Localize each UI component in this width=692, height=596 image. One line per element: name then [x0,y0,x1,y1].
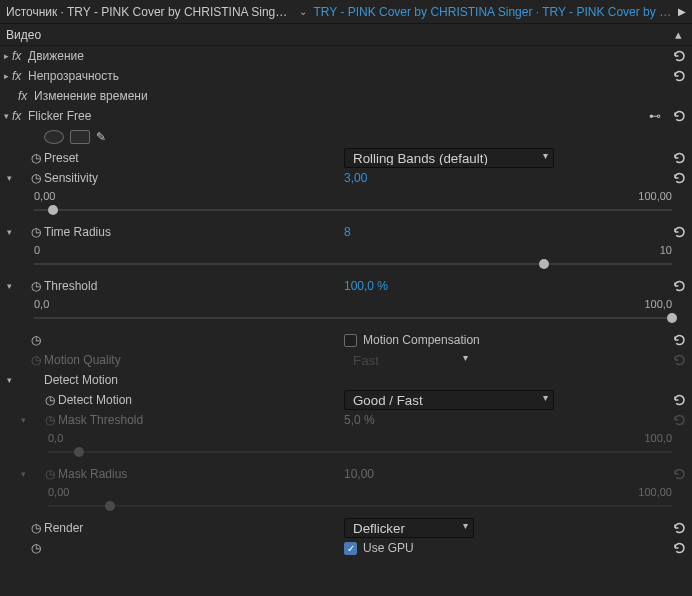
render-dropdown[interactable]: Deflicker [344,518,474,538]
reset-icon[interactable] [672,333,686,347]
stopwatch-icon[interactable]: ◷ [28,521,44,535]
preset-dropdown[interactable]: Rolling Bands (default) [344,148,554,168]
slider-min: 0,0 [48,432,63,444]
param-value[interactable]: 3,00 [344,171,367,185]
stopwatch-icon[interactable]: ◷ [28,171,44,185]
slider-min: 0,0 [34,298,49,310]
mask-threshold-slider: 0,0100,0 [0,430,692,464]
effect-opacity[interactable]: fx Непрозрачность [0,66,692,86]
stopwatch-icon: ◷ [42,467,58,481]
twisty-icon[interactable] [0,51,12,61]
slider-max: 100,0 [644,432,672,444]
effect-motion[interactable]: fx Движение [0,46,692,66]
param-label: Motion Compensation [363,333,480,347]
stopwatch-icon[interactable]: ◷ [28,333,44,347]
title-bar: Источник · TRY - PINK Cover by CHRISTINA… [0,0,692,24]
use-gpu-checkbox[interactable]: ✓ [344,542,357,555]
param-label: Render [44,521,83,535]
play-icon[interactable]: ▶ [678,6,686,17]
chevron-down-icon[interactable]: ⌄ [299,6,307,17]
slider-min: 0,00 [48,486,69,498]
rect-mask-icon[interactable] [70,130,90,144]
video-section-title: Видео [6,28,671,42]
reset-icon [672,413,686,427]
mask-radius-slider: 0,00100,00 [0,484,692,518]
param-time-radius: ◷ Time Radius 8 [0,222,692,242]
param-label: Mask Threshold [58,413,143,427]
reset-icon[interactable] [672,541,686,555]
reset-icon[interactable] [672,393,686,407]
time-radius-slider[interactable]: 010 [0,242,692,276]
stopwatch-icon[interactable]: ◷ [28,225,44,239]
param-detect-motion: ◷ Detect Motion Good / Fast [0,390,692,410]
effect-label: Flicker Free [28,109,91,123]
mask-shapes: ✎ [0,126,692,148]
fx-icon: fx [18,89,34,103]
param-value: 5,0 % [344,413,375,427]
motion-quality-dropdown: Fast [344,350,474,370]
fx-icon: fx [12,49,28,63]
ellipse-mask-icon[interactable] [44,130,64,144]
reset-icon[interactable] [672,109,686,123]
param-threshold: ◷ Threshold 100,0 % [0,276,692,296]
stopwatch-icon[interactable]: ◷ [42,393,58,407]
fx-icon: fx [12,69,28,83]
effect-timeremap[interactable]: fx Изменение времени [0,86,692,106]
pen-mask-icon[interactable]: ✎ [96,130,106,144]
effect-flicker-free[interactable]: fx Flicker Free ⊷ [0,106,692,126]
detect-motion-dropdown[interactable]: Good / Fast [344,390,554,410]
stopwatch-icon[interactable]: ◷ [28,279,44,293]
reset-icon[interactable] [672,521,686,535]
param-use-gpu: ◷ x ✓Use GPU [0,538,692,558]
group-label: Detect Motion [44,373,118,387]
param-mask-radius: ◷ Mask Radius 10,00 [0,464,692,484]
param-value[interactable]: 100,0 % [344,279,388,293]
effect-label: Изменение времени [34,89,148,103]
effect-label: Движение [28,49,84,63]
param-label: Preset [44,151,79,165]
param-label: Threshold [44,279,97,293]
reset-icon[interactable] [672,279,686,293]
slider-max: 100,00 [638,486,672,498]
reset-icon [672,467,686,481]
param-mask-threshold: ◷ Mask Threshold 5,0 % [0,410,692,430]
reset-icon[interactable] [672,151,686,165]
anchor-icon[interactable]: ⊷ [648,109,662,123]
twisty-icon[interactable] [17,469,29,479]
video-section-header: Видео ▴ [0,24,692,46]
param-sensitivity: ◷ Sensitivity 3,00 [0,168,692,188]
group-detect-motion: ◷ Detect Motion [0,370,692,390]
reset-icon[interactable] [672,69,686,83]
twisty-icon[interactable] [3,173,15,183]
menu-icon[interactable]: ▴ [671,27,686,42]
param-motion-compensation: ◷ x Motion Compensation [0,330,692,350]
twisty-icon[interactable] [0,111,12,121]
param-render: ◷ Render Deflicker [0,518,692,538]
param-label: Mask Radius [58,467,127,481]
slider-max: 100,0 [644,298,672,310]
stopwatch-icon: ◷ [42,413,58,427]
twisty-icon[interactable] [3,281,15,291]
twisty-icon[interactable] [3,227,15,237]
fx-icon: fx [12,109,28,123]
twisty-icon[interactable] [17,415,29,425]
slider-max: 100,00 [638,190,672,202]
reset-icon[interactable] [672,49,686,63]
slider-min: 0,00 [34,190,55,202]
slider-max: 10 [660,244,672,256]
clip-tab[interactable]: TRY - PINK Cover by CHRISTINA Singer · T… [313,5,672,19]
param-label: Use GPU [363,541,414,555]
param-value[interactable]: 8 [344,225,351,239]
stopwatch-icon[interactable]: ◷ [28,151,44,165]
param-motion-quality: ◷ Motion Quality Fast [0,350,692,370]
reset-icon[interactable] [672,225,686,239]
threshold-slider[interactable]: 0,0100,0 [0,296,692,330]
motion-comp-checkbox[interactable] [344,334,357,347]
sensitivity-slider[interactable]: 0,00100,00 [0,188,692,222]
param-label: Time Radius [44,225,111,239]
stopwatch-icon[interactable]: ◷ [28,541,44,555]
reset-icon[interactable] [672,171,686,185]
twisty-icon[interactable] [0,71,12,81]
twisty-icon[interactable] [3,375,15,385]
reset-icon [672,353,686,367]
